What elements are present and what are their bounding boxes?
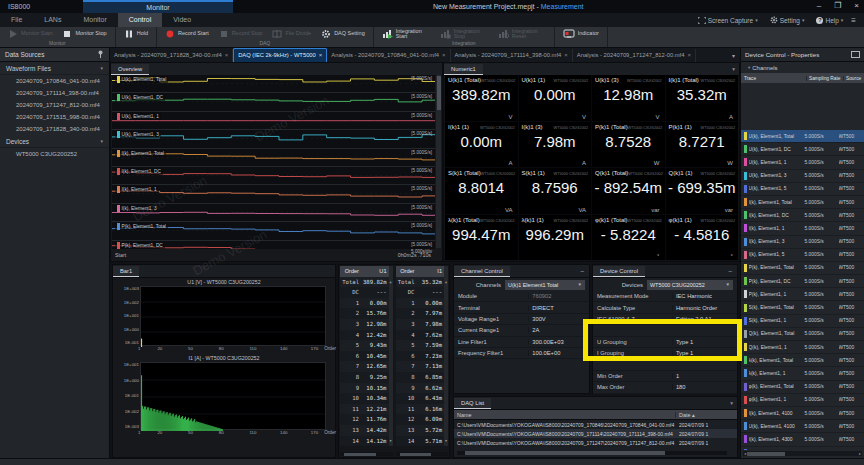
numeric-tile[interactable]: Q(k)1 (1)WT5000 C3UG2002- 699.35mvar [666,168,739,214]
tab-close-icon[interactable]: × [319,52,323,58]
property-row[interactable]: Max Order180 [593,382,737,393]
table-scroll-strip[interactable] [389,330,393,341]
sidebar-file-item[interactable]: 20240709_171114_398-00.mf4 [0,87,109,99]
trace-row[interactable]: λ(k), Element1, Total5.000S/sWT500 [741,354,864,367]
property-row[interactable] [593,359,737,370]
tab-analysis[interactable]: Analysis - 20240709_171247_812-00.mf4× [573,49,696,62]
order-table-row[interactable]: 37.98m [396,319,449,330]
trace-row[interactable]: Q(k), Element1, Total5.000S/sWT500 [741,328,864,341]
channels-dropdown[interactable]: U(k)1 Element1 Total ▼ [505,280,585,290]
table-scroll-strip[interactable] [389,298,393,309]
order-table-row[interactable]: 712.65m [340,361,393,372]
trace-row[interactable]: φ(k), Element1, Total5.000S/sWT500 [741,381,864,394]
screen-capture-button[interactable]: Screen Capture▾ [694,17,762,24]
order-table-row[interactable]: 1112.21m [340,404,393,415]
trace-row[interactable]: S(k), Element1, 15.000S/sWT500 [741,315,864,328]
order-table-row[interactable]: 47.62m [396,330,449,341]
wave-vertical-scrollbar[interactable] [436,75,441,248]
table-horizontal-scrollbar[interactable] [396,452,449,456]
numeric-tile[interactable]: φ(k)1 (1)WT5000 C3UG2002- 4.5816° [666,215,739,261]
table-scroll-strip[interactable] [389,404,393,415]
table-scroll-strip[interactable] [444,351,448,362]
trace-row[interactable]: U(k), Element1, 15.000S/sWT500 [741,156,864,169]
order-table-row[interactable]: 910.15m [340,383,393,394]
property-row[interactable]: IEC 61000-4-7Edition 2.0 A1 [593,314,737,325]
integration-start-button[interactable]: Integration Start [377,27,435,41]
tab-analysis[interactable]: Analysis - 20240709_171114_398-00.mf4× [451,49,573,62]
monitor-stop-button[interactable]: Monitor Stop [57,27,111,41]
order-table-row[interactable]: 27.97m [396,308,449,319]
table-scroll-strip[interactable] [444,330,448,341]
col-trace[interactable]: Trace [741,76,806,81]
bar-chart-plot[interactable]: 1E+0011E+0001E-0011E-0021E-003 [140,362,326,430]
order-table-row[interactable]: 1211.76m [340,414,393,425]
tab-daq-active[interactable]: DAQ (IEC 2k-9kHz) - WT5000× [233,48,327,63]
trace-row[interactable]: Q(k), Element1, 15.000S/sWT500 [741,341,864,354]
daq-horizontal-scrollbar[interactable] [457,451,727,455]
tab-bar1[interactable]: Bar1 [113,266,139,277]
tab-close-icon[interactable]: × [225,52,229,58]
trace-row[interactable]: P(k), Element1, Total5.000S/sWT500 [741,262,864,275]
property-row[interactable]: Calculate TypeHarmonic Order [593,302,737,313]
table-scroll-strip[interactable]: ▲ [444,277,448,288]
table-scroll-strip[interactable] [389,383,393,394]
property-row[interactable]: Frequency Filter1100.0E+00 [454,348,589,359]
property-row[interactable] [593,325,737,336]
numeric-tile[interactable]: λ(k)1 (1)WT5000 C3UG2002996.29m [519,215,592,261]
help-button[interactable]: ?Help▾ [812,17,847,24]
property-row[interactable]: U GroupingType 1 [593,337,737,348]
numeric-tile[interactable]: U(k)1 (1)WT5000 C3UG20020.00mV [519,75,592,121]
indicator-button[interactable]: Indicator [558,27,604,41]
property-row[interactable]: Line Filter1300.00E+03 [454,337,589,348]
scroll-right-icon[interactable]: ▸ [858,451,862,456]
numeric-tile[interactable]: φ(k)1 (Total)WT5000 C3UG2002- 5.8224° [592,215,665,261]
trace-row[interactable]: P(k), Element1, DC5.000S/sWT500 [741,275,864,288]
table-scroll-strip[interactable] [444,308,448,319]
order-table[interactable]: OrderI1Total35.32m▲DC---10.00m27.97m37.9… [396,266,449,456]
table-scroll-strip[interactable]: ▼ [389,436,393,447]
table-scroll-strip[interactable] [389,287,393,298]
tab-overflow-icon[interactable]: ▾ [732,52,740,59]
order-table-row[interactable]: 610.45m [340,351,393,362]
table-scroll-strip[interactable] [389,414,393,425]
property-row[interactable]: TerminalDIRECT [454,302,589,313]
trace-row[interactable]: I(k), Element1, 15.000S/sWT500 [741,222,864,235]
device-control-title[interactable]: Device Control [593,266,645,277]
order-table-row[interactable]: 126.09m [396,414,449,425]
numeric-tile[interactable]: λ(k)1 (Total)WT5000 C3UG2002994.47m [445,215,518,261]
property-row[interactable]: Current Range12A [454,325,589,336]
table-scroll-strip[interactable] [389,308,393,319]
trace-row[interactable]: U(k), Element1, 43005.000S/sWT500 [741,447,864,451]
col-sampling-rate[interactable]: Sampling Rate [806,76,843,81]
ribbon-tab-monitor[interactable]: Monitor [83,0,233,13]
property-row[interactable]: I GroupingType 1 [593,348,737,359]
numeric-tile[interactable]: I(k)1 (Total)WT5000 C3UG200235.32mA [666,75,739,121]
numeric-tile[interactable]: U(k)1 (3)WT5000 C3UG200212.98mV [592,75,665,121]
table-scroll-strip[interactable] [389,425,393,436]
order-table-row[interactable]: 1010.34m [340,393,393,404]
trace-row[interactable]: U(k), Element1, DC5.000S/sWT500 [741,143,864,156]
numeric-tile[interactable]: P(k)1 (Total)WT5000 C3UG20028.7528W [592,122,665,168]
trace-row[interactable]: P(k), Element1, 15.000S/sWT500 [741,288,864,301]
maximize-button[interactable]: ❐ [834,1,841,10]
record-start-button[interactable]: Record Start [160,27,214,41]
waveform-lanes[interactable]: U(k), Element1, Total[5.000S/s] U(k), El… [112,75,435,248]
order-table-row[interactable]: 1314.42m [340,425,393,436]
devices-dropdown[interactable]: WT5000 C3UG200252 ▼ [647,280,733,290]
daq-col-name[interactable]: Name [454,412,675,418]
daq-file-row[interactable]: C:\Users\VM\Documents\YOKOGAWA\IS8000\20… [454,420,737,429]
order-table-row[interactable]: 10.00m [340,298,393,309]
tab-analysis[interactable]: Analysis - 20240709_171828_340-00.mf4× [110,49,233,62]
table-scroll-strip[interactable] [389,393,393,404]
order-table-row[interactable]: 96.62m [396,383,449,394]
trace-row[interactable]: U(k), Element1, Total5.000S/sWT500 [741,130,864,143]
trace-row[interactable]: I(k), Element1, 41005.000S/sWT500 [741,407,864,420]
table-scroll-strip[interactable] [444,287,448,298]
menu-overflow-icon[interactable]: ≡ [851,16,856,25]
minimize-button[interactable]: – [817,1,821,10]
order-table-row[interactable]: 59.43m [340,340,393,351]
hold-button[interactable]: Hold [119,27,153,41]
trace-row[interactable]: I(k), Element1, 55.000S/sWT500 [741,249,864,262]
table-scroll-strip[interactable] [444,266,448,277]
order-table-row[interactable]: 312.98m [340,319,393,330]
